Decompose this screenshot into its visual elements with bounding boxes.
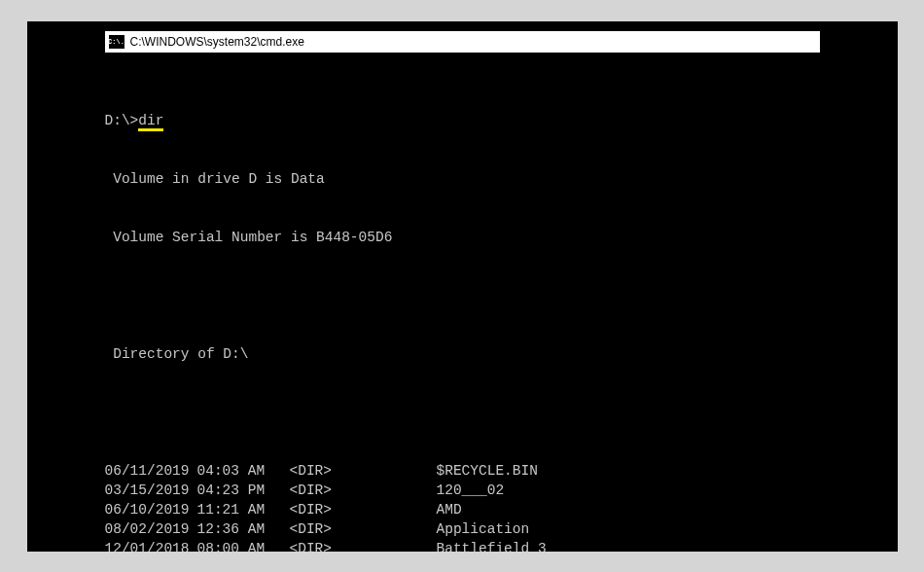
dir-entry: 03/15/201904:23 PM<DIR>120___02 — [105, 481, 898, 500]
title-bar: C:\. C:\WINDOWS\system32\cmd.exe — [105, 31, 820, 53]
blank-line — [105, 286, 898, 305]
dir-entry: 08/02/201912:36 AM<DIR>Application — [105, 519, 898, 539]
entry-time: 12:36 AM — [197, 519, 290, 539]
cmd-icon: C:\. — [109, 35, 124, 49]
entry-time: 04:03 AM — [197, 461, 290, 481]
entry-date: 06/11/2019 — [105, 461, 197, 481]
directory-of-line: Directory of D:\ — [105, 344, 898, 364]
volume-line: Volume in drive D is Data — [105, 169, 898, 189]
prompt-line: D:\>dir — [105, 111, 898, 130]
entry-dir-flag: <DIR> — [290, 539, 346, 552]
entry-dir-flag: <DIR> — [290, 519, 346, 539]
entry-time: 04:23 PM — [197, 481, 290, 500]
entry-name: AMD — [429, 500, 462, 519]
directory-listing: 06/11/201904:03 AM<DIR>$RECYCLE.BIN03/15… — [105, 461, 898, 552]
serial-line: Volume Serial Number is B448-05D6 — [105, 228, 898, 247]
dir-entry: 12/01/201808:00 AM<DIR>Battlefield 3 — [105, 539, 898, 552]
terminal-output[interactable]: D:\>dir Volume in drive D is Data Volume… — [27, 53, 898, 552]
window-title: C:\WINDOWS\system32\cmd.exe — [130, 35, 304, 49]
dir-entry: 06/10/201911:21 AM<DIR>AMD — [105, 500, 898, 519]
entry-name: Battlefield 3 — [429, 539, 547, 552]
entry-date: 12/01/2018 — [105, 539, 197, 552]
entry-date: 03/15/2019 — [105, 481, 197, 500]
command-text: dir — [138, 113, 163, 131]
entry-dir-flag: <DIR> — [290, 500, 346, 519]
blank-line — [105, 403, 898, 422]
prompt: D:\> — [105, 113, 139, 128]
entry-time: 11:21 AM — [197, 500, 290, 519]
entry-dir-flag: <DIR> — [290, 481, 346, 500]
cmd-window-frame: C:\. C:\WINDOWS\system32\cmd.exe D:\>dir… — [27, 21, 898, 552]
entry-date: 08/02/2019 — [105, 519, 197, 539]
entry-date: 06/10/2019 — [105, 500, 197, 519]
entry-name: $RECYCLE.BIN — [429, 461, 538, 481]
entry-dir-flag: <DIR> — [290, 461, 346, 481]
entry-name: Application — [429, 519, 530, 539]
entry-name: 120___02 — [429, 481, 505, 500]
entry-time: 08:00 AM — [197, 539, 290, 552]
dir-entry: 06/11/201904:03 AM<DIR>$RECYCLE.BIN — [105, 461, 898, 481]
